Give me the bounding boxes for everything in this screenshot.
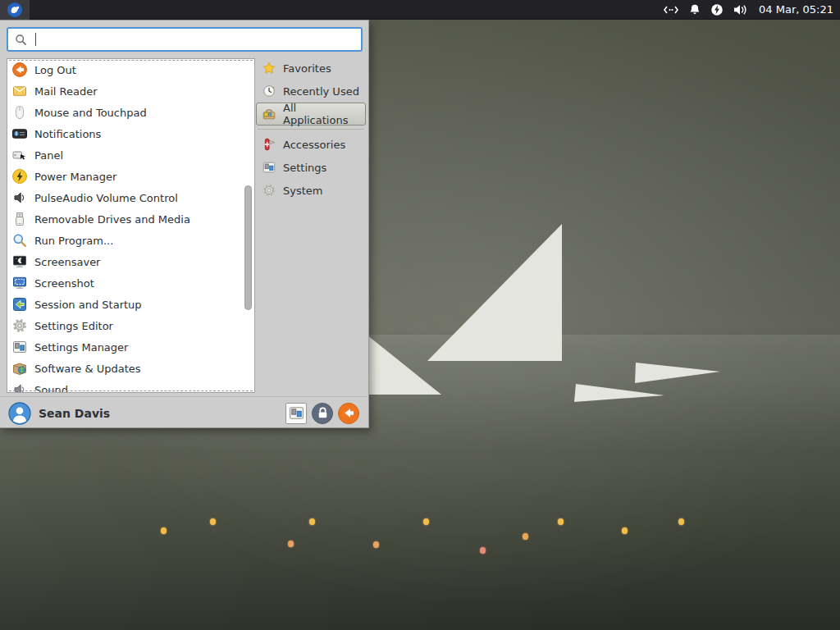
list-item[interactable]: Run Program... (7, 230, 254, 251)
wallpaper-dot (161, 527, 167, 534)
wallpaper-dot (678, 518, 684, 525)
list-item[interactable]: Panel (7, 144, 254, 166)
app-label: Removable Drives and Media (34, 213, 190, 226)
app-label: Session and Startup (34, 299, 142, 311)
lock-screen-button[interactable] (312, 403, 333, 424)
wallpaper-dot (480, 547, 486, 554)
app-label: Power Manager (34, 171, 116, 183)
settings-editor-icon (11, 317, 28, 334)
whisker-menu-button[interactable] (0, 0, 30, 20)
category-list: FavoritesRecently UsedAll ApplicationsAc… (256, 57, 366, 202)
log-out-button[interactable] (338, 403, 359, 424)
app-label: Screenshot (34, 277, 94, 290)
screensaver-icon (11, 253, 28, 270)
app-label: Sound (34, 384, 68, 394)
category-label: Favorites (283, 62, 331, 75)
list-item[interactable]: Sound (7, 379, 254, 393)
search-icon (14, 33, 28, 47)
category-label: Recently Used (283, 85, 359, 98)
category-item-accessories[interactable]: Accessories (256, 133, 366, 156)
list-item[interactable]: Screensaver (7, 251, 254, 272)
user-avatar-icon (8, 402, 31, 425)
screenshot-icon (11, 275, 28, 291)
wallpaper-dot (288, 541, 294, 547)
category-item-recently-used[interactable]: Recently Used (256, 80, 366, 103)
list-item[interactable]: Log Out (7, 59, 254, 80)
list-item[interactable]: Session and Startup (7, 294, 254, 315)
power-icon (11, 168, 28, 185)
star-icon (262, 61, 276, 75)
mail-icon (11, 83, 28, 99)
mouse-icon (11, 104, 28, 121)
removable-icon (11, 211, 28, 227)
whisker-menu: Log OutMail ReaderMouse and TouchpadNoti… (0, 20, 369, 428)
application-list: Log OutMail ReaderMouse and TouchpadNoti… (7, 58, 255, 393)
search-input[interactable] (7, 27, 363, 52)
app-label: Panel (34, 149, 63, 162)
run-icon (11, 232, 28, 249)
panel-icon (11, 147, 28, 163)
app-label: Screensaver (34, 256, 100, 268)
wallpaper-dot (558, 518, 564, 525)
app-label: Settings Manager (34, 341, 128, 354)
wallpaper-dot (523, 533, 528, 540)
settings-manager-button[interactable] (285, 403, 307, 424)
category-item-favorites[interactable]: Favorites (256, 57, 366, 80)
software-icon (11, 360, 28, 377)
category-item-settings[interactable]: Settings (256, 156, 366, 179)
text-caret (35, 33, 36, 46)
bell-icon[interactable] (688, 3, 701, 16)
category-item-all-applications[interactable]: All Applications (256, 103, 366, 126)
list-item[interactable]: Settings Manager (7, 336, 254, 358)
top-panel: 04 Mar, 05:21 (0, 0, 840, 20)
app-label: Notifications (34, 128, 101, 140)
wallpaper-dot (622, 527, 628, 534)
app-label: Mail Reader (34, 85, 98, 98)
pulseaudio-icon (11, 189, 28, 206)
panel-clock[interactable]: 04 Mar, 05:21 (757, 3, 833, 16)
list-item[interactable]: Software & Updates (7, 358, 254, 379)
list-item[interactable]: Settings Editor (7, 315, 254, 336)
menu-footer: Sean Davis (0, 396, 368, 429)
category-divider (258, 129, 364, 130)
category-label: System (283, 185, 322, 197)
wallpaper-dot (210, 518, 216, 525)
wallpaper-dot (373, 541, 379, 548)
applications-icon (262, 107, 276, 121)
network-icon[interactable] (662, 3, 680, 16)
list-item[interactable]: Power Manager (7, 166, 254, 187)
wallpaper-dot (309, 518, 315, 525)
system-icon (262, 183, 276, 198)
list-item[interactable]: Screenshot (7, 272, 254, 294)
app-label: Settings Editor (34, 320, 113, 332)
category-item-system[interactable]: System (256, 179, 366, 202)
list-item[interactable]: PulseAudio Volume Control (7, 187, 254, 208)
app-label: Mouse and Touchpad (34, 107, 147, 119)
list-item[interactable]: Removable Drives and Media (7, 208, 254, 230)
app-label: Log Out (34, 64, 76, 76)
list-item[interactable]: Mouse and Touchpad (7, 102, 254, 123)
list-item[interactable]: Mail Reader (7, 80, 254, 102)
clock-icon (262, 84, 276, 98)
app-label: Run Program... (34, 235, 113, 247)
app-label: PulseAudio Volume Control (34, 192, 178, 204)
system-tray: 04 Mar, 05:21 (662, 3, 840, 16)
footer-buttons (285, 403, 359, 424)
scrollbar-thumb[interactable] (244, 185, 252, 310)
user-name: Sean Davis (39, 407, 110, 420)
settings-manager-icon (11, 339, 28, 355)
app-label: Software & Updates (34, 363, 141, 375)
whisker-menu-icon (7, 2, 23, 18)
settings-icon (262, 160, 276, 175)
category-label: All Applications (283, 102, 360, 126)
accessories-icon (262, 137, 276, 152)
sound-icon (11, 381, 28, 393)
notifications-icon (11, 126, 28, 142)
logout-icon (11, 62, 28, 78)
volume-icon[interactable] (733, 3, 749, 16)
wallpaper-dot (423, 518, 429, 525)
session-icon (11, 296, 28, 313)
category-label: Settings (283, 162, 326, 174)
power-panel-icon[interactable] (710, 3, 724, 16)
list-item[interactable]: Notifications (7, 123, 254, 144)
